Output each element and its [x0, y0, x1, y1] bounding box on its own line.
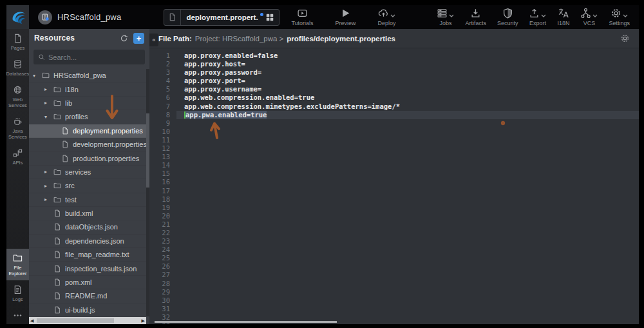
- tree-item-label: i18n: [65, 86, 79, 93]
- sidebar-item-java-services[interactable]: Java Services: [6, 112, 29, 144]
- preview-button[interactable]: Preview: [336, 8, 356, 26]
- caret-collapsed-icon[interactable]: ▸: [44, 169, 53, 175]
- line-number: 10: [149, 128, 176, 136]
- editor-settings-gear-icon[interactable]: [620, 34, 630, 43]
- file-icon: [53, 292, 61, 300]
- modified-dot: [260, 13, 263, 16]
- tree-horizontal-scrollbar[interactable]: ◀ ▶: [29, 317, 146, 324]
- tree-file-pom.xml[interactable]: pom.xml: [29, 276, 146, 289]
- tree-file-production.properties[interactable]: production.properties: [29, 151, 146, 165]
- tree-file-deployment.properties[interactable]: deployment.properties: [29, 124, 146, 138]
- play-icon: [340, 8, 351, 19]
- caret-expanded-icon[interactable]: ▾: [33, 73, 42, 79]
- branch-icon: [580, 8, 591, 19]
- caret-collapsed-icon[interactable]: ▸: [44, 197, 53, 202]
- tree-file-inspection_results.json[interactable]: inspection_results.json: [29, 262, 146, 275]
- file-icon: [53, 223, 61, 231]
- file-icon: [61, 140, 69, 148]
- tutorials-label: Tutorials: [291, 20, 313, 26]
- collapse-panel-button[interactable]: «: [149, 34, 158, 46]
- tree-file-README.md[interactable]: README.md: [29, 289, 146, 303]
- caret-collapsed-icon[interactable]: ▸: [44, 100, 53, 106]
- tree-item-label: production.properties: [73, 155, 139, 162]
- toolbar-left-actions: TutorialsPreviewDeploy: [291, 8, 395, 26]
- line-number: 17: [149, 187, 176, 195]
- scroll-left-arrow-icon[interactable]: ◀: [30, 318, 33, 323]
- caret-collapsed-icon[interactable]: ▸: [44, 86, 53, 92]
- security-button[interactable]: Security: [497, 8, 518, 26]
- grid-icon[interactable]: [265, 13, 274, 22]
- tutorials-button[interactable]: Tutorials: [291, 8, 313, 26]
- tree-folder-test[interactable]: ▸test: [29, 193, 146, 207]
- file-icon: [53, 237, 61, 245]
- search-input[interactable]: [48, 53, 126, 61]
- code-line-4[interactable]: app.proxy.port=: [176, 77, 639, 85]
- sidebar-item-web-services[interactable]: Web Services: [6, 81, 29, 112]
- code-line-7[interactable]: app.web.compression.mimetypes.excludePat…: [176, 102, 639, 111]
- scroll-right-arrow-icon[interactable]: ▶: [142, 318, 145, 323]
- tree-folder-i18n[interactable]: ▸i18n: [29, 82, 146, 96]
- tree-folder-lib[interactable]: ▸lib: [29, 97, 146, 110]
- caret-expanded-icon[interactable]: ▾: [44, 114, 53, 120]
- code-line-5[interactable]: app.proxy.username=: [176, 85, 639, 93]
- sidebar-item-file-explorer[interactable]: File Explorer: [6, 249, 29, 280]
- sidebar-item-label: APIs: [13, 160, 23, 166]
- tree-file-development.properties[interactable]: development.properties: [29, 138, 146, 151]
- sidebar-item-more[interactable]: [6, 306, 29, 324]
- code-content[interactable]: app.proxy.enabled=falseapp.proxy.host=ap…: [176, 48, 639, 324]
- tree-file-file_map_readme.txt[interactable]: file_map_readme.txt: [29, 248, 146, 262]
- code-line-8[interactable]: app.pwa.enabled=true: [176, 111, 639, 119]
- file-icon: [53, 306, 61, 314]
- i18n-button[interactable]: I18N: [557, 8, 569, 26]
- project-switcher[interactable]: HRScaffold_pwa: [38, 10, 121, 24]
- code-editor[interactable]: 1234567891011121314151617181920212223242…: [149, 48, 639, 324]
- sidebar-item-apis[interactable]: APIs: [6, 144, 29, 169]
- add-resource-button[interactable]: +: [133, 33, 144, 44]
- wavemaker-logo[interactable]: [6, 5, 29, 29]
- editor-horizontal-scrollbar[interactable]: [155, 321, 337, 323]
- tree-item-label: profiles: [65, 113, 88, 121]
- line-number: 28: [149, 280, 176, 288]
- open-file-tab[interactable]: deployment.propert...: [164, 9, 279, 26]
- file-tree: ▾HRScaffold_pwa▸i18n▸lib▾profilesdeploym…: [29, 69, 146, 316]
- line-number: 31: [149, 305, 176, 313]
- code-line-3[interactable]: app.proxy.password=: [176, 68, 639, 77]
- line-number: 29: [149, 288, 176, 296]
- caret-collapsed-icon[interactable]: ▸: [44, 183, 53, 189]
- tree-folder-profiles[interactable]: ▾profiles: [29, 110, 146, 124]
- search-box: [33, 50, 145, 64]
- tree-folder-services[interactable]: ▸services: [29, 166, 146, 179]
- refresh-icon[interactable]: [120, 34, 128, 43]
- line-number: 19: [149, 204, 176, 212]
- sidebar-item-logs[interactable]: Logs: [6, 280, 29, 306]
- selected-text: app.pwa.enabled=true: [185, 111, 267, 119]
- tree-folder-src[interactable]: ▸src: [29, 179, 146, 193]
- code-line-2[interactable]: app.proxy.host=: [176, 60, 639, 68]
- chevron-down-icon: [449, 14, 454, 18]
- sidebar-item-pages[interactable]: Pages: [6, 29, 29, 55]
- file-icon: [61, 155, 69, 162]
- tree-file-dataObjects.json[interactable]: dataObjects.json: [29, 220, 146, 234]
- tree-folder-HRScaffold_pwa[interactable]: ▾HRScaffold_pwa: [29, 69, 146, 82]
- file-path-label: File Path:: [158, 35, 192, 43]
- folder-icon: [42, 72, 50, 79]
- artifacts-button[interactable]: Artifacts: [465, 8, 486, 26]
- export-button[interactable]: Export: [529, 8, 546, 26]
- code-line-1[interactable]: app.proxy.enabled=false: [176, 52, 639, 60]
- tree-file-build.xml[interactable]: build.xml: [29, 207, 146, 220]
- file-icon: [164, 10, 181, 25]
- line-number: 16: [149, 178, 176, 186]
- tree-file-ui-build.js[interactable]: ui-build.js: [29, 304, 146, 316]
- scrollbar-thumb[interactable]: [37, 318, 114, 323]
- tree-item-label: inspection_results.json: [65, 265, 137, 273]
- globe-icon: [13, 85, 23, 95]
- chevron-down-icon: [592, 14, 598, 18]
- code-line-6[interactable]: app.web.compression.enabled=true: [176, 93, 639, 102]
- export-label: Export: [529, 20, 546, 26]
- tree-file-dependencies.json[interactable]: dependencies.json: [29, 235, 146, 248]
- vcs-button[interactable]: VCS: [580, 8, 598, 26]
- settings-button[interactable]: Settings: [609, 8, 630, 26]
- sidebar-item-databases[interactable]: Databases: [6, 55, 29, 81]
- jobs-button[interactable]: Jobs: [437, 8, 454, 26]
- deploy-button[interactable]: Deploy: [378, 8, 396, 26]
